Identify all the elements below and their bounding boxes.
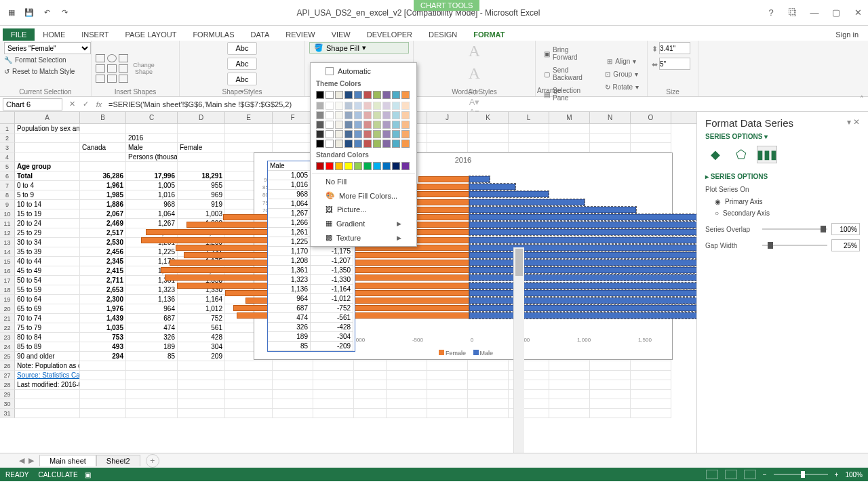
fx-icon[interactable]: fx <box>92 100 106 108</box>
gap-input[interactable] <box>831 239 860 251</box>
section-series-options[interactable]: ▸ SERIES OPTIONS <box>705 173 860 180</box>
shape-fill-button[interactable]: 🪣 Shape Fill ▾ <box>309 42 409 54</box>
tab-format[interactable]: FORMAT <box>465 28 513 41</box>
ribbon-body: Series "Female" 🔧Format Selection ↺Reset… <box>0 41 868 97</box>
tab-design[interactable]: DESIGN <box>420 28 465 41</box>
tab-developer[interactable]: DEVELOPER <box>359 28 420 41</box>
minimize-icon[interactable]: — <box>804 5 825 21</box>
tab-formulas[interactable]: FORMULAS <box>184 28 242 41</box>
shape-style-2[interactable]: Abc <box>227 58 257 70</box>
status-ready: READY <box>5 471 28 479</box>
title-bar: ▦ 💾 ↶ ↷ API_USA_DS2_en_excel_v2 [Compati… <box>0 0 868 26</box>
close-pane-icon[interactable]: ▾ ✕ <box>847 117 860 127</box>
pane-title: Format Data Series <box>705 117 860 129</box>
zoom-level[interactable]: 100% <box>845 471 863 479</box>
gap-slider[interactable] <box>762 245 827 246</box>
fill-line-icon[interactable]: ◆ <box>705 146 726 163</box>
redo-icon[interactable]: ↷ <box>58 7 71 19</box>
ribbon-tabs: FILE HOME INSERT PAGE LAYOUT FORMULAS DA… <box>0 26 868 41</box>
no-fill[interactable]: No Fill <box>312 175 415 188</box>
shape-height-input[interactable] <box>659 42 690 54</box>
collapse-ribbon-icon[interactable]: ˄ <box>860 95 864 104</box>
sheet-nav-next-icon[interactable]: ▶ <box>28 456 34 465</box>
undo-icon[interactable]: ↶ <box>41 7 53 19</box>
formula-input[interactable]: =SERIES('Main sheet'!$G$6,'Main she !$G$… <box>106 100 868 108</box>
enter-formula-icon[interactable]: ✓ <box>79 100 92 108</box>
normal-view-icon[interactable] <box>706 470 718 479</box>
name-box[interactable]: Chart 6 <box>3 98 62 110</box>
formula-bar: Chart 6 ✕ ✓ fx =SERIES('Main sheet'!$G$6… <box>0 97 868 112</box>
status-calculate: CALCULATE <box>38 471 77 479</box>
tab-insert[interactable]: INSERT <box>73 28 117 41</box>
cancel-formula-icon[interactable]: ✕ <box>65 100 79 108</box>
overlap-slider[interactable] <box>762 228 827 230</box>
primary-axis-radio[interactable]: ◉ Primary Axis <box>705 196 860 207</box>
chart-tools-label: CHART TOOLS <box>414 0 479 11</box>
send-backward-button[interactable]: ▢ Send Backward <box>542 65 594 83</box>
tab-view[interactable]: VIEW <box>323 28 359 41</box>
group-current-selection: Series "Female" 🔧Format Selection ↺Reset… <box>0 41 92 96</box>
shape-width-input[interactable] <box>659 58 690 70</box>
theme-shades-grid[interactable] <box>312 100 415 149</box>
standard-colors-label: Standard Colors <box>312 149 415 161</box>
page-layout-view-icon[interactable] <box>725 470 737 479</box>
group-insert-shapes: Change Shape Insert Shapes <box>92 41 180 96</box>
tab-home[interactable]: HOME <box>35 28 73 41</box>
group-shape-styles: Abc Abc Abc ▾ Shape Styles <box>180 41 305 96</box>
help-icon[interactable]: ? <box>761 5 781 21</box>
page-break-view-icon[interactable] <box>744 470 756 479</box>
bring-forward-button[interactable]: ▣ Bring Forward <box>542 45 594 62</box>
align-button[interactable]: ⊞ Align ▾ <box>606 56 637 66</box>
fill-picture[interactable]: 🖼 Picture... <box>312 203 415 216</box>
sign-in[interactable]: Sign in <box>826 28 868 41</box>
fill-automatic[interactable]: Automatic <box>312 64 415 78</box>
shape-style-1[interactable]: Abc <box>227 42 257 55</box>
chart-element-selector[interactable]: Series "Female" <box>4 42 91 54</box>
series-options-icon[interactable]: ▮▮▮ <box>757 146 777 163</box>
wordart-style-2[interactable]: A <box>459 64 490 83</box>
zoom-out-icon[interactable]: − <box>763 471 767 479</box>
group-arrange: ▣ Bring Forward ▢ Send Backward ▤ Select… <box>536 41 648 96</box>
effects-icon[interactable]: ⬠ <box>731 146 751 163</box>
status-bar: READY CALCULATE ▣ − + 100% <box>0 468 868 481</box>
sheet-nav-prev-icon[interactable]: ◀ <box>19 456 24 465</box>
vertical-scrollbar[interactable] <box>513 247 524 453</box>
theme-color-row[interactable] <box>312 89 415 100</box>
fill-texture[interactable]: ▩ Texture▶ <box>312 230 415 245</box>
secondary-axis-radio[interactable]: ○ Secondary Axis <box>705 207 860 219</box>
macro-record-icon[interactable]: ▣ <box>85 471 91 479</box>
shape-style-3[interactable]: Abc <box>227 73 257 85</box>
close-icon[interactable]: ✕ <box>848 5 868 21</box>
standard-color-row[interactable] <box>312 161 415 171</box>
tab-review[interactable]: REVIEW <box>277 28 323 41</box>
plot-on-label: Plot Series On <box>705 186 860 193</box>
sheet-tab-2[interactable]: Sheet2 <box>96 455 140 466</box>
add-sheet-button[interactable]: + <box>146 454 159 468</box>
reset-style-button[interactable]: ↺Reset to Match Style <box>4 66 87 77</box>
group-size: ⬍ ⬌ Size <box>648 41 698 96</box>
format-selection-button[interactable]: 🔧Format Selection <box>4 54 87 66</box>
wordart-style-1[interactable]: A <box>459 42 490 60</box>
excel-icon[interactable]: ▦ <box>5 7 18 19</box>
group-button[interactable]: ⊡ Group ▾ <box>604 69 639 79</box>
save-icon[interactable]: 💾 <box>23 7 35 19</box>
sheet-tab-main[interactable]: Main sheet <box>39 455 96 466</box>
tab-page-layout[interactable]: PAGE LAYOUT <box>117 28 184 41</box>
group-wordart: A A A▾A▾A▾ WordArt Styles <box>414 41 536 96</box>
sheet-tab-bar: ◀▶ Main sheet Sheet2 + <box>0 453 868 468</box>
format-data-series-pane: ▾ ✕ Format Data Series SERIES OPTIONS ▾ … <box>696 112 868 453</box>
more-fill-colors[interactable]: 🎨 More Fill Colors... <box>312 188 415 203</box>
overlap-input[interactable] <box>831 223 860 235</box>
maximize-icon[interactable]: ▢ <box>826 5 846 21</box>
zoom-in-icon[interactable]: + <box>835 471 839 479</box>
theme-colors-label: Theme Colors <box>312 78 415 89</box>
zoom-slider[interactable] <box>774 474 828 475</box>
tab-data[interactable]: DATA <box>243 28 278 41</box>
fill-gradient[interactable]: ▦ Gradient▶ <box>312 216 415 230</box>
series-options-dropdown[interactable]: SERIES OPTIONS ▾ <box>705 133 860 140</box>
ribbon-opts-icon[interactable]: ⿻ <box>783 5 803 21</box>
change-shape-button[interactable]: Change Shape <box>131 62 157 75</box>
shape-gallery[interactable] <box>96 54 128 83</box>
shape-fill-dropdown: Automatic Theme Colors Standard Colors N… <box>310 62 417 247</box>
tab-file[interactable]: FILE <box>3 28 35 41</box>
